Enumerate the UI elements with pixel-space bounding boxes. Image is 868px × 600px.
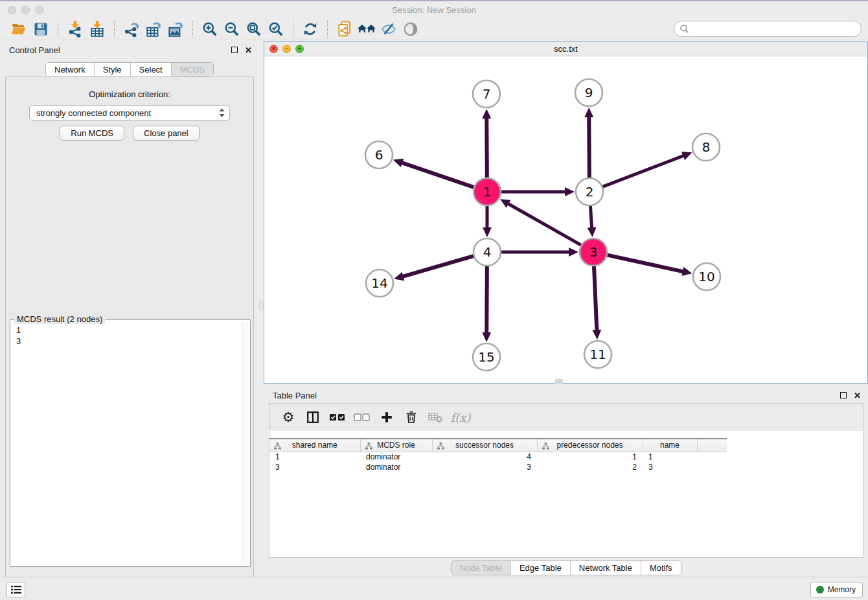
network-window-titlebar: scc.txt × − + (264, 42, 867, 56)
save-session-button[interactable] (30, 19, 52, 39)
export-image-button[interactable] (165, 19, 187, 39)
plus-icon (380, 410, 394, 424)
export-table-button[interactable] (143, 19, 165, 39)
graph-edge-3-11[interactable] (594, 266, 597, 332)
show-columns-button[interactable] (302, 408, 324, 427)
toolbar-separator (327, 21, 328, 38)
graph-node-label-14: 14 (371, 275, 387, 291)
task-list-icon (10, 584, 22, 595)
graph-edge-2-3[interactable] (590, 206, 591, 229)
import-table-button[interactable] (86, 19, 108, 39)
tab-edge-table[interactable]: Edge Table (510, 561, 570, 575)
column-header-label: MCDS role (377, 441, 415, 450)
tab-style[interactable]: Style (94, 63, 130, 76)
search-icon (680, 24, 689, 34)
table-cell[interactable]: 1 (643, 452, 697, 462)
graph-edge-2-8[interactable] (603, 156, 685, 187)
column-type-icon (542, 443, 549, 452)
network-close-button[interactable]: × (269, 45, 278, 53)
graph-node-label-9: 9 (585, 85, 593, 100)
search-field-wrap (674, 21, 862, 37)
zoom-in-button[interactable] (199, 19, 221, 39)
tab-motifs[interactable]: Motifs (641, 561, 681, 575)
table-row[interactable]: 3dominator323 (269, 462, 727, 472)
tab-mcds[interactable]: MCDS (171, 63, 213, 76)
table-float-panel-button[interactable] (839, 391, 847, 400)
tab-network-table[interactable]: Network Table (570, 561, 641, 575)
graph-edge-4-15[interactable] (486, 266, 487, 334)
import-network-icon (67, 21, 84, 38)
canvas-resize-handle[interactable] (555, 379, 563, 384)
refresh-icon (302, 21, 319, 38)
column-type-icon (437, 443, 444, 452)
create-column-button[interactable] (376, 408, 398, 427)
control-panel-tabs: Network Style Select MCDS (45, 62, 214, 77)
column-header-predecessor-nodes[interactable]: predecessor nodes (537, 439, 643, 452)
apply-layout-button[interactable] (299, 19, 321, 39)
graph-edge-3-1[interactable] (507, 203, 580, 245)
graph-node-label-2: 2 (586, 184, 594, 200)
task-history-button[interactable] (6, 582, 25, 597)
graph-edge-3-10[interactable] (607, 255, 684, 272)
table-panel-title: Table Panel (273, 391, 317, 400)
table-cell[interactable]: 3 (643, 462, 697, 472)
table-cell[interactable]: 1 (537, 452, 643, 462)
table-row[interactable]: 1dominator411 (269, 452, 727, 462)
tab-select[interactable]: Select (130, 63, 171, 76)
table-cell[interactable]: 4 (432, 452, 537, 462)
float-panel-button[interactable] (230, 46, 238, 54)
tab-node-table[interactable]: Node Table (451, 561, 510, 575)
network-minimize-button[interactable]: − (282, 45, 291, 53)
tab-network[interactable]: Network (46, 63, 94, 76)
close-panel-pushbutton[interactable]: Close panel (133, 126, 200, 141)
unchecked-boxes-icon (354, 413, 371, 422)
column-header-successor-nodes[interactable]: successor nodes (432, 439, 537, 452)
graph-edge-1-7[interactable] (486, 117, 487, 178)
delete-table-button[interactable] (425, 408, 447, 427)
zoom-out-button[interactable] (221, 19, 243, 39)
duplicate-network-button[interactable] (334, 19, 356, 39)
column-header-name[interactable]: name (643, 439, 697, 452)
run-mcds-button[interactable]: Run MCDS (60, 126, 124, 141)
search-input[interactable] (674, 21, 862, 37)
column-header-MCDS-role[interactable]: MCDS role (360, 439, 432, 452)
graph-arrowhead (584, 108, 593, 117)
graph-edge-4-14[interactable] (402, 256, 474, 277)
delete-column-button[interactable] (400, 408, 422, 427)
network-canvas[interactable]: 1234678910111415 (264, 56, 867, 383)
result-scrollbar[interactable] (242, 321, 249, 565)
table-header-row[interactable]: shared nameMCDS rolesuccessor nodesprede… (269, 439, 727, 452)
hide-panels-button[interactable] (378, 19, 400, 39)
table-close-panel-button[interactable]: ✕ (853, 391, 862, 400)
table-options-button[interactable]: ⚙ (277, 408, 299, 427)
select-all-columns-button[interactable] (326, 408, 348, 427)
column-header-shared-name[interactable]: shared name (269, 439, 360, 452)
graph-edge-2-9[interactable] (589, 115, 589, 178)
show-all-panels-button[interactable] (356, 19, 378, 39)
show-graphics-details-button[interactable] (400, 19, 422, 39)
network-maximize-button[interactable]: + (295, 45, 304, 53)
panel-splitter-handle[interactable] (259, 301, 263, 310)
zoom-selected-button[interactable] (265, 19, 287, 39)
column-header-filler (697, 439, 727, 452)
zoom-fit-button[interactable] (243, 19, 265, 39)
graph-edge-1-6[interactable] (400, 162, 474, 187)
column-header-label: predecessor nodes (556, 441, 622, 450)
table-cell[interactable]: dominator (360, 462, 432, 472)
table-cell[interactable]: 3 (269, 462, 360, 472)
export-network-button[interactable] (120, 19, 143, 39)
zoom-fit-icon (246, 21, 262, 38)
open-session-button[interactable] (8, 19, 30, 39)
memory-button[interactable]: Memory (810, 582, 863, 597)
function-builder-button[interactable]: f(x) (450, 408, 472, 427)
graph-node-label-1: 1 (483, 184, 492, 200)
close-panel-button[interactable]: ✕ (244, 46, 253, 54)
deselect-all-columns-button[interactable] (351, 408, 373, 427)
table-cell[interactable]: 1 (269, 452, 360, 462)
table-cell[interactable]: dominator (360, 452, 432, 462)
table-cell[interactable]: 3 (432, 462, 537, 472)
table-cell[interactable]: 2 (537, 462, 643, 472)
import-network-button[interactable] (64, 19, 86, 39)
float-icon (231, 47, 238, 53)
optimization-criterion-select[interactable]: strongly connected component (29, 105, 230, 121)
